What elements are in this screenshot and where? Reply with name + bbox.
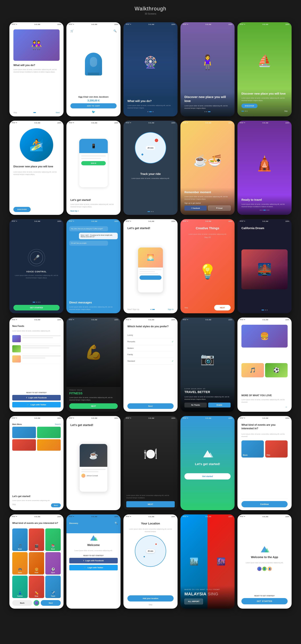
s25-film-category[interactable]: Film: [265, 440, 288, 458]
s28-time: 25 min: [146, 549, 155, 553]
page-title: Walkthrough: [0, 6, 301, 12]
s27-search-icon[interactable]: 🔍: [115, 522, 118, 525]
s26-travel[interactable]: ✈️ Travel: [45, 576, 61, 598]
s23-next-btn[interactable]: NEXT: [126, 501, 175, 507]
s22-title: Let's get started!: [70, 423, 117, 427]
s2-product-name: Egg Chair von Ame Jacobsen: [70, 96, 117, 98]
s27-header-title: Discovery: [69, 522, 78, 524]
screen-row-5: AT&T ✦ 9:41 AM 100% Main Menu Search: [9, 416, 292, 510]
s26-food[interactable]: 🍔 Food: [29, 552, 44, 574]
s14-skip[interactable]: Skip: [184, 306, 188, 309]
s26-film[interactable]: 🎬 Film: [29, 528, 44, 551]
s18-title: Which hotel styles do you prefer?: [127, 325, 174, 328]
s2-add-to-cart[interactable]: ADD TO CART: [70, 103, 117, 108]
s26-sport[interactable]: ⚽ Sport: [45, 552, 61, 574]
screen-8: AT&T ✦ 9:41 AM 100% 25 min Track your ri…: [123, 121, 178, 215]
s26-book[interactable]: 📚 Book: [45, 528, 61, 551]
screen-row-4: AT&T ✦ 9:41 AM 100% New Feeds Lorem ipsu…: [9, 318, 292, 412]
screen-4: AT&T ✦ 9:41 AM 100% 🧍‍♀️ Discover new pl…: [180, 22, 235, 116]
s3-title: What will you do?: [127, 99, 174, 103]
s13-new-signup[interactable]: New? Sign Up: [127, 308, 139, 310]
s21-next-btn[interactable]: Next: [51, 503, 61, 507]
s17-next-btn[interactable]: NEXT: [69, 403, 118, 409]
s25-body: Lorem ipsum dolor sit amet, consectetur …: [242, 433, 288, 438]
s28-title: Your Location: [141, 522, 160, 525]
s18-option-luxury[interactable]: Luxury: [127, 332, 174, 338]
s1-next[interactable]: Next: [56, 112, 59, 114]
s29-country2: SING: [208, 592, 218, 596]
s7-hint[interactable]: Next tip >: [70, 210, 117, 212]
screen-12: AT&T ✦ 9:41 AM 100% Hey John, How are yo…: [66, 219, 121, 313]
screen-13: AT&T ✦ 9:41 AM 100% Let's get started! 🌅: [123, 219, 178, 313]
s14-next-btn[interactable]: NEXT: [214, 305, 231, 310]
s29-country1: MALAYSIA: [184, 592, 206, 596]
s28-map: 25 min: [135, 536, 166, 567]
s25-music-category[interactable]: Music: [242, 440, 264, 458]
page-subtitle: 30 Screens: [0, 12, 301, 15]
s9-body: Lorem ipsum dolor sit amet, consectetur …: [184, 196, 231, 200]
s24-title: Let's get started!: [195, 462, 220, 466]
s29-all-airport-btn[interactable]: ALL AIRPORT: [184, 599, 203, 604]
s20-title: MORE OF WHAT YOU LOVE: [242, 394, 288, 397]
s11-get-started-btn[interactable]: GET STARTED: [13, 305, 59, 310]
s11-body: Lorem ipsum dolor sit amet, consectetur …: [13, 274, 59, 279]
s18-option-standard[interactable]: Standard ✓: [127, 358, 174, 364]
screen-10: AT&T ✦ 9:41 AM 100% 🛕 Ready to travel Lo…: [238, 121, 292, 215]
s27-fb-btn[interactable]: f Login with Facebook: [69, 558, 118, 564]
s30-get-started-btn[interactable]: GET STARTED: [242, 598, 288, 604]
s11-label: VOICE CONTROL: [13, 270, 59, 273]
s7-body: Lorem ipsum dolor sit amet, consectetur …: [70, 203, 117, 208]
s20-body: Lorem ipsum dolor sit amet, consectetur …: [242, 398, 288, 403]
s17-body: Lorem ipsum dolor sit amet, consectetur …: [69, 396, 118, 401]
s28-skip[interactable]: Skip: [149, 604, 152, 606]
s28-add-location-btn[interactable]: Add your location: [127, 595, 174, 602]
screen-23: AT&T ✦ 9:41 AM 100% 🍽️ Lorem ipsum dolor…: [123, 416, 178, 510]
s20-arrow[interactable]: →: [285, 405, 288, 409]
screen-19: AT&T ✦ 9:41 AM 100% 📷 Lorem ipsum dolor …: [180, 318, 235, 412]
s13-title: Let's get started!: [127, 226, 174, 230]
news-item: [12, 354, 61, 364]
s16-body: Lorem ipsum dolor sit amet, consectetur …: [12, 330, 61, 332]
s1-title: What will you do?: [13, 64, 59, 67]
news-item: [12, 334, 61, 344]
s26-fashion[interactable]: 👗 Fashion: [12, 576, 28, 598]
s26-draw[interactable]: ✏️ Draw: [29, 576, 44, 598]
screen-11: AT&T ✦ 9:41 AM 100% 🎤 VOICE CONTROL L: [9, 219, 63, 313]
s17-label2: FITNESS: [69, 392, 118, 395]
s8-body: Lorem ipsum dolor sit amet, consectetur …: [131, 177, 170, 180]
s1-body: Lorem ipsum dolor sit amet, consectetur …: [13, 68, 59, 73]
s19-body: Lorem ipsum dolor sit amet all consectet…: [184, 396, 231, 400]
s21-skip[interactable]: Skip: [12, 503, 16, 507]
s16-fb-btn[interactable]: f Login with Facebook: [12, 395, 61, 400]
s26-game[interactable]: 🎮 Game: [12, 552, 28, 574]
s27-tw-btn[interactable]: 🐦 Login with Twitter: [69, 565, 118, 570]
s27-welcome-title: Welcome: [87, 543, 100, 547]
s21-body: Lorem ipsum dolor sit amet consectetur a…: [12, 499, 61, 502]
s26-next-btn[interactable]: Next: [41, 600, 61, 606]
screen-5: AT&T ✦ 9:41 AM 100% ⛵ Discover new place…: [238, 22, 292, 116]
s16-tw-btn[interactable]: 🐦 Login with Twitter: [12, 402, 61, 408]
s17-label: TRACK YOUR: [69, 389, 118, 391]
s13-signin[interactable]: Sign In: [168, 308, 174, 310]
s1-skip[interactable]: Skip: [13, 112, 17, 114]
screen-3: AT&T ✦ 9:41 AM 100% 🎡 What will you do? …: [123, 22, 178, 116]
screen-22: AT&T ✦ 9:41 AM 100% Let's get started! ☕: [66, 416, 121, 510]
s25-continue-btn[interactable]: Continue: [242, 501, 288, 507]
s26-music[interactable]: 🎵 Music: [12, 528, 28, 551]
s21-search[interactable]: Search: [55, 423, 61, 425]
s18-option-romantic[interactable]: Romantic ✓: [127, 338, 174, 345]
s10-body: Lorem ipsum dolor sit amet, consectetur …: [242, 203, 288, 208]
screen-30: AT&T ✦ 9:41 AM 100% Welcome to the App L…: [238, 514, 292, 608]
s18-option-modern[interactable]: Modern: [127, 345, 174, 352]
s15-title: California Dream: [242, 226, 288, 230]
s6-discover-btn[interactable]: DISCOVER: [13, 207, 31, 212]
s21-title: Let's get started!: [12, 495, 61, 498]
screen-20: AT&T ✦ 9:41 AM 100% 🍔 🎵 ⚽: [238, 318, 292, 412]
screen-29: AT&T ✦ 9:41 AM 100% 🏙️ 🌆: [180, 514, 235, 608]
s18-next-btn[interactable]: Next: [127, 403, 174, 409]
s24-get-started-btn[interactable]: Get started: [184, 473, 231, 480]
s26-back-btn[interactable]: Back: [12, 600, 32, 606]
screen-row-1: AT&T ✦ 9:41 AM 100% 👭 What will you do? …: [9, 22, 292, 116]
s4-body: Lorem ipsum dolor sit amet, consectetur …: [184, 104, 231, 109]
s18-option-family[interactable]: Family: [127, 352, 174, 358]
